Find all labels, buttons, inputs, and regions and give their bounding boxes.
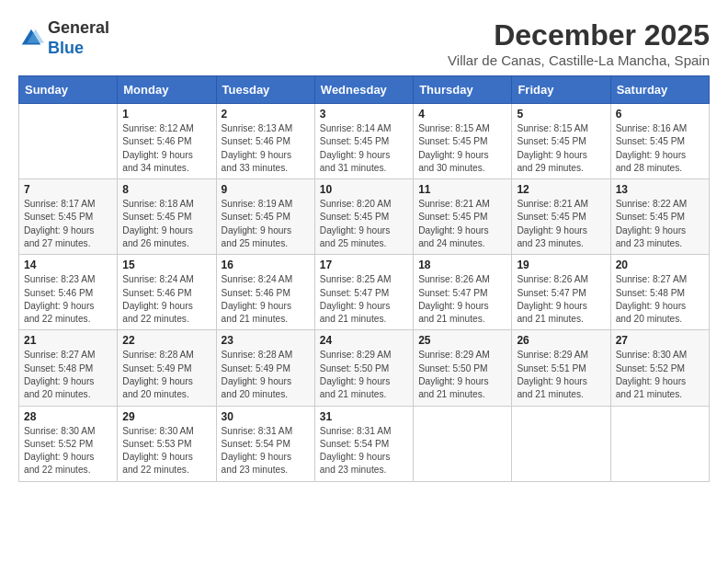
day-cell: 7Sunrise: 8:17 AM Sunset: 5:45 PM Daylig… xyxy=(19,179,118,255)
day-cell: 31Sunrise: 8:31 AM Sunset: 5:54 PM Dayli… xyxy=(314,406,413,481)
day-number: 24 xyxy=(320,334,408,347)
day-number: 21 xyxy=(24,334,112,347)
week-row-3: 14Sunrise: 8:23 AM Sunset: 5:46 PM Dayli… xyxy=(19,255,710,330)
day-cell xyxy=(414,406,512,481)
day-number: 20 xyxy=(616,259,704,271)
day-cell: 4Sunrise: 8:15 AM Sunset: 5:45 PM Daylig… xyxy=(414,104,512,179)
day-number: 18 xyxy=(418,259,506,271)
day-number: 15 xyxy=(122,259,210,271)
day-cell: 24Sunrise: 8:29 AM Sunset: 5:50 PM Dayli… xyxy=(314,330,413,406)
day-number: 25 xyxy=(418,334,506,347)
day-number: 7 xyxy=(24,183,112,196)
day-number: 13 xyxy=(616,183,704,196)
week-row-4: 21Sunrise: 8:27 AM Sunset: 5:48 PM Dayli… xyxy=(19,330,710,406)
day-number: 22 xyxy=(122,334,210,347)
day-cell: 18Sunrise: 8:26 AM Sunset: 5:47 PM Dayli… xyxy=(414,255,512,330)
day-cell: 29Sunrise: 8:30 AM Sunset: 5:53 PM Dayli… xyxy=(118,406,216,481)
day-cell: 2Sunrise: 8:13 AM Sunset: 5:46 PM Daylig… xyxy=(216,104,314,179)
day-cell xyxy=(19,104,118,179)
day-cell: 14Sunrise: 8:23 AM Sunset: 5:46 PM Dayli… xyxy=(19,255,118,330)
week-row-5: 28Sunrise: 8:30 AM Sunset: 5:52 PM Dayli… xyxy=(19,406,710,481)
day-cell: 22Sunrise: 8:28 AM Sunset: 5:49 PM Dayli… xyxy=(118,330,216,406)
month-title: December 2025 xyxy=(448,18,710,52)
day-info: Sunrise: 8:29 AM Sunset: 5:51 PM Dayligh… xyxy=(517,349,605,401)
day-cell: 21Sunrise: 8:27 AM Sunset: 5:48 PM Dayli… xyxy=(19,330,118,406)
day-number: 28 xyxy=(24,410,112,423)
day-cell xyxy=(610,406,709,481)
day-info: Sunrise: 8:31 AM Sunset: 5:54 PM Dayligh… xyxy=(320,425,408,477)
day-number: 23 xyxy=(222,334,310,347)
week-row-2: 7Sunrise: 8:17 AM Sunset: 5:45 PM Daylig… xyxy=(19,179,710,255)
day-info: Sunrise: 8:19 AM Sunset: 5:45 PM Dayligh… xyxy=(222,198,310,250)
day-cell: 10Sunrise: 8:20 AM Sunset: 5:45 PM Dayli… xyxy=(314,179,413,255)
day-cell: 6Sunrise: 8:16 AM Sunset: 5:45 PM Daylig… xyxy=(610,104,709,179)
day-info: Sunrise: 8:13 AM Sunset: 5:46 PM Dayligh… xyxy=(222,122,310,175)
day-cell: 8Sunrise: 8:18 AM Sunset: 5:45 PM Daylig… xyxy=(118,179,216,255)
day-number: 3 xyxy=(320,108,408,121)
day-info: Sunrise: 8:29 AM Sunset: 5:50 PM Dayligh… xyxy=(418,349,506,401)
day-info: Sunrise: 8:18 AM Sunset: 5:45 PM Dayligh… xyxy=(122,198,210,250)
day-number: 27 xyxy=(616,334,704,347)
day-info: Sunrise: 8:15 AM Sunset: 5:45 PM Dayligh… xyxy=(517,122,605,175)
day-number: 5 xyxy=(517,108,605,121)
day-info: Sunrise: 8:31 AM Sunset: 5:54 PM Dayligh… xyxy=(222,425,310,477)
day-cell xyxy=(512,406,610,481)
day-info: Sunrise: 8:17 AM Sunset: 5:45 PM Dayligh… xyxy=(24,198,112,250)
header: General Blue December 2025 Villar de Can… xyxy=(18,18,710,68)
day-info: Sunrise: 8:30 AM Sunset: 5:52 PM Dayligh… xyxy=(616,349,704,401)
day-info: Sunrise: 8:12 AM Sunset: 5:46 PM Dayligh… xyxy=(122,122,210,175)
day-cell: 25Sunrise: 8:29 AM Sunset: 5:50 PM Dayli… xyxy=(414,330,512,406)
day-info: Sunrise: 8:28 AM Sunset: 5:49 PM Dayligh… xyxy=(222,349,310,401)
day-number: 11 xyxy=(418,183,506,196)
day-info: Sunrise: 8:26 AM Sunset: 5:47 PM Dayligh… xyxy=(517,273,605,326)
calendar-header: SundayMondayTuesdayWednesdayThursdayFrid… xyxy=(19,76,710,104)
calendar-body: 1Sunrise: 8:12 AM Sunset: 5:46 PM Daylig… xyxy=(19,104,710,482)
day-cell: 23Sunrise: 8:28 AM Sunset: 5:49 PM Dayli… xyxy=(216,330,314,406)
day-number: 2 xyxy=(222,108,310,121)
day-info: Sunrise: 8:15 AM Sunset: 5:45 PM Dayligh… xyxy=(418,122,506,175)
day-number: 12 xyxy=(517,183,605,196)
day-cell: 11Sunrise: 8:21 AM Sunset: 5:45 PM Dayli… xyxy=(414,179,512,255)
day-info: Sunrise: 8:27 AM Sunset: 5:48 PM Dayligh… xyxy=(616,273,704,326)
day-info: Sunrise: 8:23 AM Sunset: 5:46 PM Dayligh… xyxy=(24,273,112,326)
day-number: 14 xyxy=(24,259,112,271)
logo-blue: Blue xyxy=(48,39,84,57)
day-cell: 12Sunrise: 8:21 AM Sunset: 5:45 PM Dayli… xyxy=(512,179,610,255)
day-cell: 19Sunrise: 8:26 AM Sunset: 5:47 PM Dayli… xyxy=(512,255,610,330)
title-block: December 2025 Villar de Canas, Castille-… xyxy=(448,18,710,68)
day-cell: 9Sunrise: 8:19 AM Sunset: 5:45 PM Daylig… xyxy=(216,179,314,255)
day-cell: 28Sunrise: 8:30 AM Sunset: 5:52 PM Dayli… xyxy=(19,406,118,481)
location-title: Villar de Canas, Castille-La Mancha, Spa… xyxy=(448,52,710,68)
weekday-sunday: Sunday xyxy=(19,76,118,104)
day-number: 19 xyxy=(517,259,605,271)
logo-text: General Blue xyxy=(48,18,109,58)
day-cell: 3Sunrise: 8:14 AM Sunset: 5:45 PM Daylig… xyxy=(314,104,413,179)
day-info: Sunrise: 8:24 AM Sunset: 5:46 PM Dayligh… xyxy=(222,273,310,326)
weekday-friday: Friday xyxy=(512,76,610,104)
week-row-1: 1Sunrise: 8:12 AM Sunset: 5:46 PM Daylig… xyxy=(19,104,710,179)
day-cell: 15Sunrise: 8:24 AM Sunset: 5:46 PM Dayli… xyxy=(118,255,216,330)
day-number: 4 xyxy=(418,108,506,121)
calendar: SundayMondayTuesdayWednesdayThursdayFrid… xyxy=(18,75,710,482)
day-info: Sunrise: 8:24 AM Sunset: 5:46 PM Dayligh… xyxy=(122,273,210,326)
day-info: Sunrise: 8:29 AM Sunset: 5:50 PM Dayligh… xyxy=(320,349,408,401)
day-cell: 30Sunrise: 8:31 AM Sunset: 5:54 PM Dayli… xyxy=(216,406,314,481)
day-info: Sunrise: 8:26 AM Sunset: 5:47 PM Dayligh… xyxy=(418,273,506,326)
day-cell: 26Sunrise: 8:29 AM Sunset: 5:51 PM Dayli… xyxy=(512,330,610,406)
weekday-thursday: Thursday xyxy=(414,76,512,104)
day-info: Sunrise: 8:14 AM Sunset: 5:45 PM Dayligh… xyxy=(320,122,408,175)
page-container: General Blue December 2025 Villar de Can… xyxy=(18,18,710,482)
day-info: Sunrise: 8:30 AM Sunset: 5:53 PM Dayligh… xyxy=(122,425,210,477)
weekday-row: SundayMondayTuesdayWednesdayThursdayFrid… xyxy=(19,76,710,104)
day-info: Sunrise: 8:25 AM Sunset: 5:47 PM Dayligh… xyxy=(320,273,408,326)
day-cell: 1Sunrise: 8:12 AM Sunset: 5:46 PM Daylig… xyxy=(118,104,216,179)
day-cell: 16Sunrise: 8:24 AM Sunset: 5:46 PM Dayli… xyxy=(216,255,314,330)
day-number: 6 xyxy=(616,108,704,121)
day-info: Sunrise: 8:16 AM Sunset: 5:45 PM Dayligh… xyxy=(616,122,704,175)
day-cell: 5Sunrise: 8:15 AM Sunset: 5:45 PM Daylig… xyxy=(512,104,610,179)
day-info: Sunrise: 8:21 AM Sunset: 5:45 PM Dayligh… xyxy=(517,198,605,250)
day-cell: 13Sunrise: 8:22 AM Sunset: 5:45 PM Dayli… xyxy=(610,179,709,255)
day-info: Sunrise: 8:21 AM Sunset: 5:45 PM Dayligh… xyxy=(418,198,506,250)
day-cell: 20Sunrise: 8:27 AM Sunset: 5:48 PM Dayli… xyxy=(610,255,709,330)
logo-icon xyxy=(18,26,44,52)
